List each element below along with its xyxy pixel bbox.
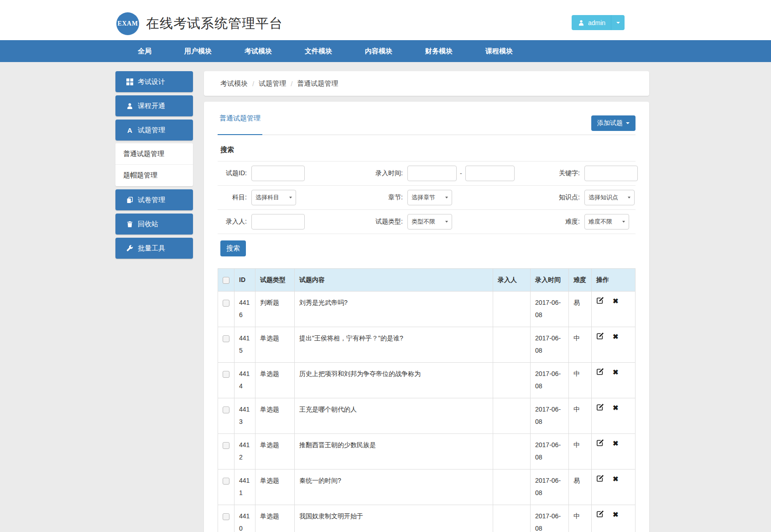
select-caret-icon xyxy=(445,221,448,223)
select-caret-icon xyxy=(628,197,630,198)
knowledge-label: 知识点: xyxy=(543,193,580,202)
delete-button[interactable]: ✖ xyxy=(613,297,619,304)
cell-type: 单选题 xyxy=(255,469,295,505)
difficulty-label: 难度: xyxy=(543,218,580,226)
chapter-label: 章节: xyxy=(361,193,403,202)
chapter-select-value: 选择章节 xyxy=(412,193,435,202)
add-question-button[interactable]: 添加试题 xyxy=(591,115,636,131)
edit-button[interactable] xyxy=(596,439,604,448)
nav-item-global[interactable]: 全局 xyxy=(123,40,166,62)
cell-content: 秦统一的时间? xyxy=(295,469,493,505)
add-question-label: 添加试题 xyxy=(597,119,623,127)
cell-content: 提出"王侯将相，宁有种乎？"的是谁? xyxy=(295,327,493,363)
sidebar: 考试设计 课程开通 A 试题管理 普通试题管理 题帽题管理 试卷管理 回收站 批… xyxy=(115,71,193,262)
question-id-input[interactable] xyxy=(251,166,305,181)
copy-icon xyxy=(126,197,134,203)
cell-difficulty: 易 xyxy=(569,469,592,505)
chevron-down-icon xyxy=(616,22,620,24)
enterer-input[interactable] xyxy=(251,214,305,229)
row-checkbox[interactable] xyxy=(223,300,229,307)
edit-button[interactable] xyxy=(596,403,604,412)
question-id-label: 试题ID: xyxy=(220,169,247,177)
nav-item-file-module[interactable]: 文件模块 xyxy=(290,40,347,62)
sidebar-item-recycle-bin[interactable]: 回收站 xyxy=(115,214,193,235)
select-all-checkbox[interactable] xyxy=(223,277,229,284)
sidebar-item-batch-tools[interactable]: 批量工具 xyxy=(115,238,193,259)
breadcrumb-separator: / xyxy=(291,80,292,88)
nav-item-user-module[interactable]: 用户模块 xyxy=(170,40,226,62)
cell-difficulty: 中 xyxy=(569,505,592,532)
row-checkbox[interactable] xyxy=(223,371,229,378)
row-checkbox[interactable] xyxy=(223,335,229,342)
breadcrumb-item-current: 普通试题管理 xyxy=(297,79,338,88)
cell-difficulty: 中 xyxy=(569,398,592,434)
row-checkbox[interactable] xyxy=(223,442,229,449)
content-area: 考试模块 / 试题管理 / 普通试题管理 普通试题管理 添加试题 搜索 试题ID… xyxy=(204,71,649,532)
question-table: ID 试题类型 试题内容 录入人 录入时间 难度 操作 4416 判断题 刘秀是… xyxy=(218,268,636,532)
edit-button[interactable] xyxy=(596,368,604,376)
col-header-id: ID xyxy=(234,269,255,292)
cell-content: 推翻西晋王朝的少数民族是 xyxy=(295,434,493,469)
cell-difficulty: 中 xyxy=(569,363,592,398)
question-type-select[interactable]: 类型不限 xyxy=(407,214,452,229)
breadcrumb-item-exam-module[interactable]: 考试模块 xyxy=(220,79,248,88)
table-row: 4416 判断题 刘秀是光武帝吗? 2017-06-08 易 ✖ xyxy=(218,292,636,327)
sidebar-item-course-open[interactable]: 课程开通 xyxy=(115,95,193,116)
difficulty-select-value: 难度不限 xyxy=(589,218,612,226)
row-checkbox[interactable] xyxy=(223,478,229,485)
table-row: 4413 单选题 王充是哪个朝代的人 2017-06-08 中 ✖ xyxy=(218,398,636,434)
edit-button[interactable] xyxy=(596,475,604,483)
cell-id: 4414 xyxy=(234,363,255,398)
difficulty-select[interactable]: 难度不限 xyxy=(584,214,629,229)
nav-item-exam-module[interactable]: 考试模块 xyxy=(230,40,287,62)
cell-id: 4413 xyxy=(234,398,255,434)
sidebar-item-paper-manage[interactable]: 试卷管理 xyxy=(115,189,193,210)
cell-time: 2017-06-08 xyxy=(531,327,569,363)
submenu-item-normal-question-manage[interactable]: 普通试题管理 xyxy=(115,143,193,165)
nav-item-course-module[interactable]: 课程模块 xyxy=(471,40,527,62)
delete-button[interactable]: ✖ xyxy=(613,333,619,340)
nav-item-content-module[interactable]: 内容模块 xyxy=(350,40,407,62)
cell-enterer xyxy=(493,363,531,398)
sidebar-item-label: 考试设计 xyxy=(138,78,165,86)
user-menu: admin xyxy=(572,15,625,30)
delete-button[interactable]: ✖ xyxy=(613,511,619,518)
cell-id: 4411 xyxy=(234,469,255,505)
sidebar-item-question-manage[interactable]: A 试题管理 xyxy=(115,120,193,141)
sidebar-item-exam-design[interactable]: 考试设计 xyxy=(115,71,193,92)
search-button[interactable]: 搜索 xyxy=(220,240,246,256)
col-header-type: 试题类型 xyxy=(255,269,295,292)
breadcrumb-item-question-manage[interactable]: 试题管理 xyxy=(259,79,286,88)
cell-time: 2017-06-08 xyxy=(531,363,569,398)
delete-button[interactable]: ✖ xyxy=(613,440,619,447)
knowledge-select[interactable]: 选择知识点 xyxy=(584,190,635,205)
sidebar-item-label: 批量工具 xyxy=(138,244,165,253)
delete-button[interactable]: ✖ xyxy=(613,404,619,411)
cell-content: 王充是哪个朝代的人 xyxy=(295,398,493,434)
delete-button[interactable]: ✖ xyxy=(613,369,619,376)
grid-icon xyxy=(126,78,134,85)
chapter-select[interactable]: 选择章节 xyxy=(407,190,452,205)
enterer-label: 录入人: xyxy=(220,218,247,226)
subject-select[interactable]: 选择科目 xyxy=(251,190,296,205)
entry-time-end-input[interactable] xyxy=(465,166,515,181)
edit-button[interactable] xyxy=(596,297,604,305)
admin-button[interactable]: admin xyxy=(572,15,611,30)
tab-normal-question-manage[interactable]: 普通试题管理 xyxy=(218,102,262,135)
cell-id: 4416 xyxy=(234,292,255,327)
submenu-item-header-question-manage[interactable]: 题帽题管理 xyxy=(115,165,193,186)
entry-time-start-input[interactable] xyxy=(407,166,457,181)
admin-label: admin xyxy=(588,19,605,26)
cell-type: 单选题 xyxy=(255,434,295,469)
row-checkbox[interactable] xyxy=(223,513,229,520)
edit-button[interactable] xyxy=(596,332,604,341)
nav-item-finance-module[interactable]: 财务模块 xyxy=(411,40,467,62)
cell-time: 2017-06-08 xyxy=(531,505,569,532)
admin-dropdown-button[interactable] xyxy=(611,15,625,30)
delete-button[interactable]: ✖ xyxy=(613,475,619,482)
keyword-input[interactable] xyxy=(584,166,638,181)
cell-type: 单选题 xyxy=(255,505,295,532)
edit-button[interactable] xyxy=(596,510,604,519)
table-row: 4412 单选题 推翻西晋王朝的少数民族是 2017-06-08 中 ✖ xyxy=(218,434,636,469)
row-checkbox[interactable] xyxy=(223,407,229,413)
